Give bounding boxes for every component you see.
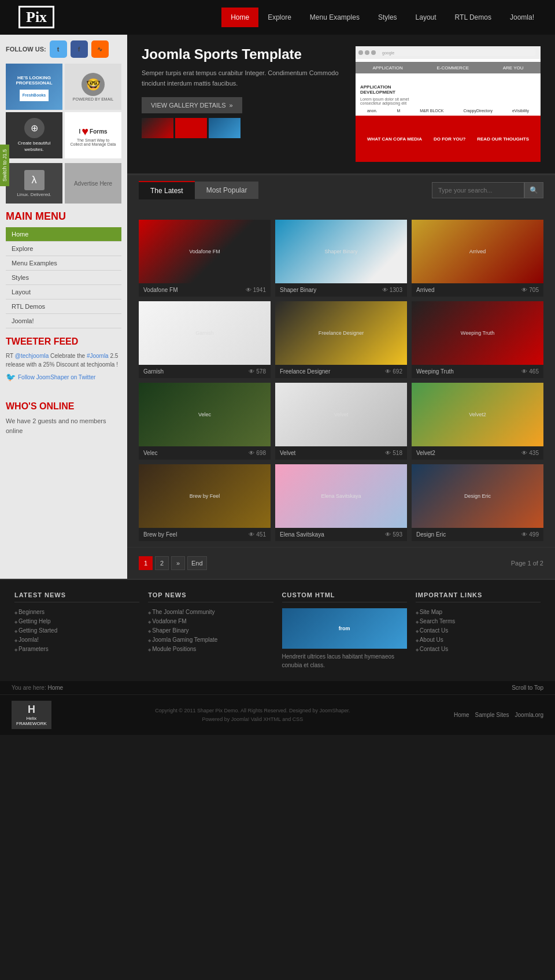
breadcrumb-home-link[interactable]: Home (47, 685, 63, 691)
gallery-item-views: 👁 1941 (246, 287, 266, 293)
scroll-top-button[interactable]: Scroll to Top (512, 685, 543, 691)
breadcrumb-text: You are here: Home (12, 685, 63, 691)
page-1-button[interactable]: 1 (139, 556, 153, 570)
ad-iloveforms[interactable]: I ♥ Forms The Smart Way toCollect and Ma… (65, 112, 121, 158)
ad-email[interactable]: 🤓 POWERED BY EMAIL (65, 64, 121, 110)
footer-important-link[interactable]: About Us (420, 637, 443, 643)
gallery-item-views: 👁 1303 (382, 287, 402, 293)
gallery-info: Vodafone FM 👁 1941 (139, 283, 271, 297)
view-gallery-button[interactable]: VIEW GALLERY DETAILS » (142, 97, 242, 113)
gallery-item[interactable]: Freelance Designer Freelance Designer 👁 … (275, 301, 407, 378)
footer-news-link[interactable]: Getting Started (18, 627, 57, 634)
footer-news-link[interactable]: Joomla! (18, 637, 39, 643)
sidebar-item-joomla[interactable]: Joomla! (6, 314, 121, 328)
nav-layout[interactable]: Layout (406, 8, 446, 27)
nav-rtl-demos[interactable]: RTL Demos (446, 8, 501, 27)
footer-important-link[interactable]: Search Terms (420, 618, 456, 624)
gallery-item[interactable]: Velvet2 Velvet2 👁 435 (412, 383, 543, 460)
page-2-button[interactable]: 2 (155, 556, 169, 570)
hero-thumb-1[interactable] (142, 118, 173, 138)
footer-top-link[interactable]: Vodafone FM (152, 618, 186, 624)
gallery-thumb-label: Velvet (332, 409, 351, 420)
gallery-item[interactable]: Garnish Garnish 👁 578 (139, 301, 271, 378)
ad-freshbooks[interactable]: HE'S LOOKINGPROFESSIONAL FreshBooks (6, 64, 62, 110)
footer-news-link[interactable]: Beginners (18, 609, 45, 615)
footer-latest-news: LATEST NEWS Beginners Getting Help Getti… (14, 591, 139, 670)
hero-thumb-2[interactable] (175, 118, 207, 138)
gallery-info: Velvet2 👁 435 (412, 446, 543, 460)
twitter-icon[interactable]: t (50, 40, 67, 58)
hero-thumb-3[interactable] (209, 118, 240, 138)
footer-top-link[interactable]: Shaper Binary (152, 627, 188, 634)
list-item: Joomla! (14, 636, 139, 643)
gallery-item-views: 👁 451 (249, 531, 266, 538)
gallery-item[interactable]: Arrived Arrived 👁 705 (412, 220, 543, 297)
gallery-item-name: Vodafone FM (143, 287, 177, 293)
switch-j15-button[interactable]: Switch to J1.5 (0, 145, 9, 186)
search-button[interactable]: 🔍 (524, 182, 543, 198)
footer-news-link[interactable]: Parameters (18, 646, 49, 652)
footer-top-link[interactable]: The Joomla! Community (152, 609, 214, 615)
gallery-item[interactable]: Shaper Binary Shaper Binary 👁 1303 (275, 220, 407, 297)
ad-linux[interactable]: λ Linux. Delivered. (6, 163, 62, 204)
footer-custom-image: from (282, 608, 407, 649)
eye-icon: 👁 (249, 531, 254, 538)
gallery-item[interactable]: Elena Savitskaya Elena Savitskaya 👁 593 (275, 464, 407, 541)
nav-home[interactable]: Home (221, 8, 258, 27)
rss-icon[interactable]: ∿ (91, 40, 109, 58)
footer-news-link[interactable]: Getting Help (18, 618, 51, 624)
facebook-icon[interactable]: f (71, 40, 88, 58)
footer-important-link[interactable]: Contact Us (420, 627, 448, 634)
sidebar-item-home[interactable]: Home (6, 227, 121, 242)
list-item: About Us (416, 636, 541, 643)
search-input[interactable] (432, 182, 524, 198)
nav-menu-examples[interactable]: Menu Examples (301, 8, 369, 27)
tab-latest[interactable]: The Latest (139, 181, 195, 199)
gallery-info: Weeping Truth 👁 465 (412, 365, 543, 378)
gallery-item[interactable]: Velvet Velvet 👁 518 (275, 383, 407, 460)
nav-joomla[interactable]: Joomla! (501, 8, 543, 27)
gallery-thumb-label: Velvet2 (467, 409, 489, 420)
tab-popular[interactable]: Most Popular (195, 182, 259, 199)
list-item: Joomla Gaming Template (148, 636, 273, 643)
gallery-item[interactable]: Weeping Truth Weeping Truth 👁 465 (412, 301, 543, 378)
footer-joomla-link[interactable]: Joomla.org (515, 712, 543, 718)
bird-icon: 🐦 (6, 372, 16, 382)
gallery-item[interactable]: Velec Velec 👁 698 (139, 383, 271, 460)
footer-important-link[interactable]: Site Map (420, 609, 442, 615)
sidebar-item-explore[interactable]: Explore (6, 242, 121, 256)
gallery-item-name: Arrived (416, 287, 435, 293)
nav-explore[interactable]: Explore (258, 8, 301, 27)
follow-twitter-link[interactable]: 🐦 Follow JoomShaper on Twitter (6, 372, 121, 382)
footer-top-link[interactable]: Joomla Gaming Template (152, 637, 217, 643)
end-page-button[interactable]: End (187, 556, 207, 570)
footer-important-links-list: Site Map Search Terms Contact Us About U… (416, 608, 541, 652)
tweet-hashtag[interactable]: #Joomla (87, 353, 109, 359)
gallery-item-views: 👁 705 (521, 287, 539, 293)
gallery-item[interactable]: Design Eric Design Eric 👁 499 (412, 464, 543, 541)
sidebar-item-rtl-demos[interactable]: RTL Demos (6, 299, 121, 314)
footer-top-news-list: The Joomla! Community Vodafone FM Shaper… (148, 608, 273, 652)
main-nav: Home Explore Menu Examples Styles Layout… (221, 8, 543, 27)
footer-important-link[interactable]: Contact Us (420, 646, 448, 652)
gallery-item[interactable]: Brew by Feel Brew by Feel 👁 451 (139, 464, 271, 541)
eye-icon: 👁 (521, 368, 527, 375)
tweet-content: RT @techjoomla Celebrate the #Joomla 2.5… (6, 352, 121, 369)
online-status-text: We have 2 guests and no members online (6, 416, 121, 435)
footer-home-link[interactable]: Home (454, 712, 469, 718)
gallery-thumb-label: Velec (196, 409, 213, 420)
gallery-item[interactable]: Vodafone FM Vodafone FM 👁 1941 (139, 220, 271, 297)
tweet-user-link[interactable]: @techjoomla (15, 353, 49, 359)
sidebar-item-styles[interactable]: Styles (6, 271, 121, 285)
nav-styles[interactable]: Styles (369, 8, 406, 27)
helix-label: Helix (27, 716, 37, 721)
footer-sample-sites-link[interactable]: Sample Sites (475, 712, 509, 718)
eye-icon: 👁 (521, 450, 527, 456)
ad-advertise-here[interactable]: Advertise Here (65, 163, 121, 204)
ad-create-beautiful[interactable]: ⊕ Create beautiful websites. (6, 112, 62, 158)
footer-top-link[interactable]: Module Positions (152, 646, 196, 652)
next-page-button[interactable]: » (171, 556, 185, 570)
sidebar-item-menu-examples[interactable]: Menu Examples (6, 256, 121, 271)
sidebar-item-layout[interactable]: Layout (6, 285, 121, 299)
create-logo: ⊕ (24, 118, 45, 138)
